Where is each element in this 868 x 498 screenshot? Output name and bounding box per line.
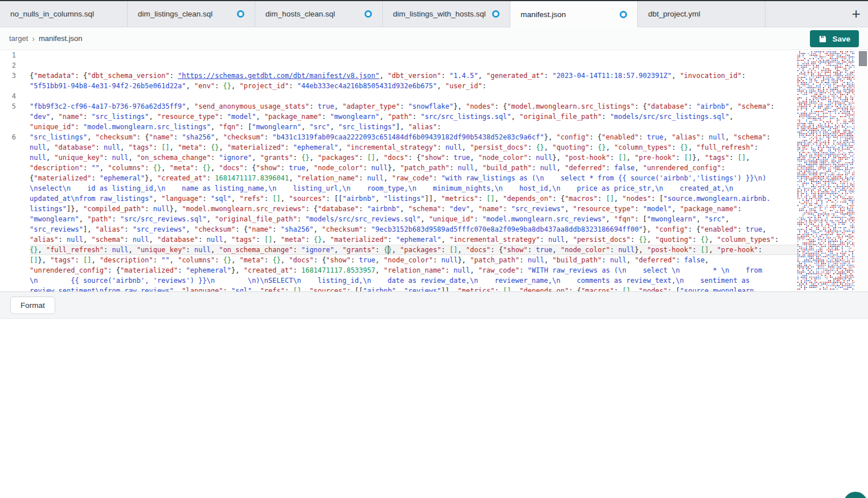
breadcrumb-bar: target › manifest.json Save	[0, 27, 868, 50]
unsaved-dot-icon[interactable]	[620, 11, 627, 18]
code-row[interactable]: "5f51bb91-94b8-4e31-94f2-26b5e061d22a", …	[30, 81, 797, 91]
code-row[interactable]: null, "database": null, "tags": [], "met…	[30, 142, 797, 153]
code-rows[interactable]: {"metadata": {"dbt_schema_version": "htt…	[25, 50, 797, 291]
code-row[interactable]: "description": "", "columns": {}, "meta"…	[30, 163, 797, 173]
editor-scrollbar[interactable]	[857, 50, 868, 291]
tab-label: manifest.json	[521, 10, 566, 19]
code-row[interactable]: "src_listings", "checksum": {"name": "sh…	[30, 132, 797, 142]
minimap-canvas[interactable]	[797, 51, 854, 290]
tab-dim-listings-with-hosts-sql[interactable]: dim_listings_with_hosts.sql	[383, 1, 510, 27]
code-row[interactable]: updated_at\nfrom raw_listings", "languag…	[30, 194, 797, 204]
format-bar: Format	[0, 291, 868, 318]
code-row[interactable]: \n {{ source('airbnb', 'reviews') }}\n \…	[30, 275, 797, 286]
code-row[interactable]: \nselect\n id as listing_id,\n name as l…	[30, 183, 797, 194]
tab-label: dim_listings_with_hosts.sql	[393, 10, 486, 18]
unsaved-dot-icon[interactable]	[492, 10, 499, 18]
code-row[interactable]: {}, "full_refresh": null, "unique_key": …	[30, 245, 797, 255]
code-row[interactable]	[30, 60, 797, 71]
code-editor[interactable]: 123456 {"metadata": {"dbt_schema_version…	[0, 50, 868, 291]
code-row[interactable]: "src_reviews"], "alias": "src_reviews", …	[30, 224, 797, 234]
tab-no-nulls-in-columns-sql[interactable]: no_nulls_in_columns.sql	[0, 1, 128, 27]
code-row[interactable]	[30, 50, 797, 60]
code-row[interactable]: "alias": null, "schema": null, "database…	[30, 234, 797, 245]
new-tab-button[interactable]: +	[847, 6, 865, 23]
tab-bar: no_nulls_in_columns.sqldim_listings_clea…	[0, 0, 868, 27]
unsaved-dot-icon[interactable]	[237, 10, 244, 18]
breadcrumb-folder: target	[9, 34, 28, 43]
tab-label: dim_hosts_clean.sql	[265, 10, 335, 18]
code-row[interactable]: "dev", "name": "src_listings", "resource…	[30, 112, 797, 122]
code-row[interactable]: null, "unique_key": null, "on_schema_cha…	[30, 153, 797, 163]
code-row[interactable]: "mwonglearn", "path": "src/src_reviews.s…	[30, 214, 797, 224]
save-button-label: Save	[832, 35, 850, 43]
tab-dim-listings-clean-sql[interactable]: dim_listings_clean.sql	[128, 1, 255, 27]
code-row[interactable]: {"metadata": {"dbt_schema_version": "htt…	[30, 71, 797, 81]
scrollbar-thumb[interactable]	[859, 51, 867, 66]
tab-label: dim_listings_clean.sql	[138, 10, 212, 18]
results-panel	[0, 318, 868, 498]
save-floppy-icon	[818, 35, 827, 43]
code-row[interactable]: review_sentiment\nfrom raw_reviews", "la…	[30, 286, 797, 291]
chevron-right-icon: ›	[32, 34, 35, 43]
tab-manifest-json[interactable]: manifest.json	[510, 1, 638, 27]
gutter: 123456	[0, 50, 25, 291]
breadcrumb-file: manifest.json	[39, 34, 83, 43]
tab-label: no_nulls_in_columns.sql	[10, 10, 94, 18]
tab-dbt-project-yml[interactable]: dbt_project.yml	[638, 1, 765, 27]
tab-dim-hosts-clean-sql[interactable]: dim_hosts_clean.sql	[255, 1, 383, 27]
minimap[interactable]	[797, 50, 857, 291]
format-button[interactable]: Format	[10, 297, 55, 314]
code-row[interactable]: "unique_id": "model.mwonglearn.src_listi…	[30, 122, 797, 132]
tab-label: dbt_project.yml	[648, 10, 701, 18]
code-row[interactable]: "unrendered_config": {"materialized": "e…	[30, 265, 797, 275]
code-row[interactable]: "fbb9f3c2-cf96-4a17-b736-976a62d35ff9", …	[30, 101, 797, 112]
save-button[interactable]: Save	[810, 30, 859, 47]
text-caret	[388, 245, 389, 254]
code-row[interactable]: {"materialized": "ephemeral"}, "created_…	[30, 173, 797, 183]
code-row[interactable]	[30, 91, 797, 101]
code-row[interactable]: []}, "tags": [], "description": "", "col…	[30, 255, 797, 265]
tab-list: no_nulls_in_columns.sqldim_listings_clea…	[0, 1, 765, 27]
code-row[interactable]: listings"]}, "compiled_path": null}, "mo…	[30, 204, 797, 214]
unsaved-dot-icon[interactable]	[365, 10, 372, 18]
